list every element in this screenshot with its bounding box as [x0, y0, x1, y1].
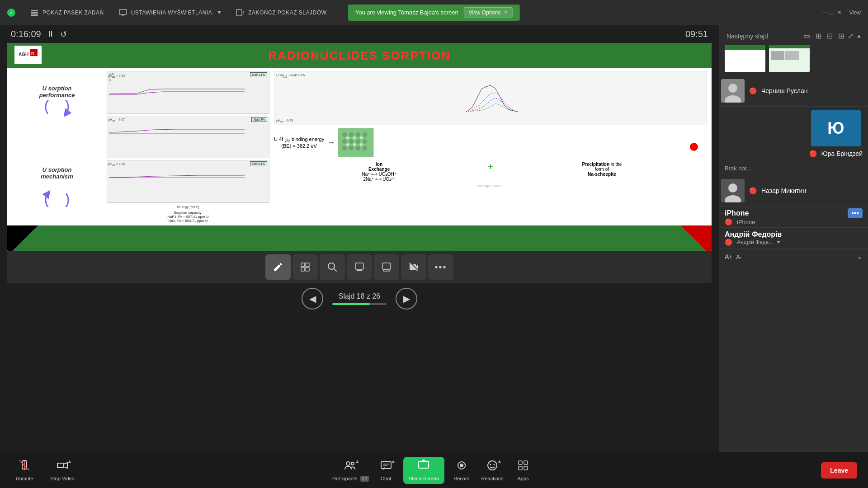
bottom-center-controls: ▲ Participants 22 ▲ Chat — [331, 457, 537, 484]
share-screen-label: Share Screen — [409, 476, 439, 481]
svg-rect-0 — [31, 10, 38, 11]
svg-rect-2 — [31, 14, 38, 16]
svg-point-14 — [342, 132, 347, 137]
participant-info-andriy: Андрій Федорів 🔴 Андрій Феде... — [725, 230, 863, 246]
pointer-btn[interactable] — [347, 254, 372, 280]
panel-chevron-up-btn[interactable] — [855, 32, 861, 40]
remaining-time: 09:51 — [685, 29, 708, 39]
unmute-icon — [19, 460, 30, 474]
apps-item[interactable]: Apps — [509, 460, 537, 481]
top-bar: ✓ POKAŻ PASEK ZADAŃ USTAWIENIA WYŚWIETLA… — [0, 0, 868, 25]
participants-item[interactable]: ▲ Participants 22 — [331, 460, 369, 481]
svg-point-57 — [460, 464, 463, 467]
slide-navigation: ◀ Slajd 18 z 26 ▶ — [0, 283, 719, 314]
svg-rect-1 — [31, 12, 38, 14]
participant-chernysh: 🔴 Черниш Руслан — [719, 75, 868, 107]
chat-icon: ▲ — [380, 460, 392, 474]
preview-thumb-2[interactable] — [769, 45, 810, 72]
svg-text:R: R — [31, 51, 34, 56]
svg-point-17 — [363, 132, 367, 137]
font-decrease-btn[interactable]: A- — [736, 253, 742, 261]
panel-view-controls: ▭ ⊞ ⊟ ⊞ ⤢ — [802, 31, 861, 41]
svg-rect-63 — [519, 466, 522, 470]
status-dot: ✓ — [7, 9, 15, 17]
mic-icon-chernysh: 🔴 — [749, 87, 757, 94]
prev-slide-btn[interactable]: ◀ — [302, 288, 323, 310]
svg-line-37 — [334, 269, 337, 272]
view-fullgrid-btn[interactable]: ⊞ — [836, 31, 846, 41]
end-slideshow-btn[interactable]: ZAKOŃCZ POKAZ SLAJDÓW — [236, 8, 326, 17]
view-options-btn[interactable]: View Options — [464, 7, 513, 18]
right-panel: Następny slajd ▭ ⊞ ⊟ ⊞ ⤢ — [719, 25, 868, 452]
svg-point-59 — [490, 464, 491, 465]
display-settings-btn[interactable]: USTAWIENIA WYŚWIETLANIA — [118, 8, 222, 17]
slide-mechanism: U 4f7/2 - NaP1-FA pHeq = 6.49 — [274, 71, 707, 223]
reactions-arrow: ▲ — [497, 459, 502, 464]
record-item[interactable]: Record — [448, 460, 475, 481]
andriy-chevron — [777, 241, 780, 244]
font-controls: A+ A- ⌄ — [719, 249, 868, 263]
svg-rect-55 — [419, 461, 429, 468]
slide-footer — [7, 225, 712, 251]
svg-rect-34 — [301, 267, 305, 271]
slide-logo: AGH R — [14, 46, 42, 64]
preview-thumb-1[interactable] — [725, 45, 765, 72]
pen-tool-btn[interactable] — [265, 254, 291, 280]
apps-label: Apps — [517, 476, 528, 481]
svg-point-19 — [349, 139, 354, 144]
leave-btn[interactable]: Leave — [821, 462, 857, 479]
more-btn[interactable]: ••• — [428, 254, 453, 280]
svg-rect-32 — [301, 263, 305, 267]
participant-info-nazar: 🔴 Назар Микитин — [749, 187, 866, 194]
main-content: 0:16:09 ⏸ ↺ 09:51 AGH R — [0, 25, 868, 452]
unmute-item[interactable]: Unmute — [11, 460, 38, 481]
end-slideshow-icon — [236, 8, 245, 17]
svg-rect-6 — [236, 9, 242, 16]
avatar-yura: Ю — [811, 110, 861, 146]
svg-rect-40 — [382, 263, 391, 269]
participant-nazar: 🔴 Назар Микитин — [719, 175, 868, 206]
display-settings-chevron — [217, 11, 221, 14]
view-single-btn[interactable]: ▭ — [802, 31, 812, 41]
font-increase-btn[interactable]: A+ — [725, 253, 733, 261]
svg-point-58 — [488, 461, 497, 470]
stop-video-item[interactable]: ▲ Stop Video — [49, 460, 76, 481]
restart-btn[interactable]: ↺ — [60, 29, 67, 39]
svg-rect-3 — [119, 9, 127, 14]
reactions-item[interactable]: ▲ Reactions — [479, 460, 506, 481]
pause-btn[interactable]: ⏸ — [47, 29, 55, 39]
svg-rect-41 — [383, 270, 390, 271]
screen-share-notification: You are viewing Tomasz Bajda's screen Vi… — [348, 5, 520, 21]
subtitle-btn[interactable] — [374, 254, 399, 280]
svg-point-60 — [493, 464, 495, 465]
svg-rect-62 — [524, 461, 528, 465]
mic-icon-iphone: 🔴 — [725, 218, 732, 225]
chat-arrow: ▲ — [391, 459, 396, 464]
chat-label: Chat — [381, 476, 391, 481]
agh-logo: AGH R — [14, 46, 42, 64]
notes-section: Brak not... — [719, 161, 868, 175]
chat-item[interactable]: ▲ Chat — [373, 460, 400, 481]
svg-rect-38 — [355, 263, 363, 269]
view-options-chevron — [504, 11, 508, 14]
participants-icon: ▲ — [344, 460, 356, 474]
svg-point-50 — [346, 462, 350, 465]
slide-progress-bar — [332, 303, 387, 305]
participants-arrow: ▲ — [355, 459, 359, 464]
participant-name-chernysh: Черниш Руслан — [761, 87, 807, 94]
view-grid2-btn[interactable]: ⊞ — [814, 31, 823, 41]
next-slide-btn[interactable]: ▶ — [396, 288, 417, 310]
view-grid4-btn[interactable]: ⊟ — [825, 31, 835, 41]
svg-point-20 — [356, 139, 360, 144]
svg-point-30 — [353, 143, 356, 146]
panel-expand-btn[interactable]: ⤢ — [848, 32, 854, 40]
search-btn[interactable] — [320, 254, 345, 280]
show-taskbar-btn[interactable]: POKAŻ PASEK ZADAŃ — [30, 8, 104, 17]
panel-expand-btn2[interactable]: ⌄ — [857, 252, 863, 261]
layout-btn[interactable] — [292, 254, 318, 280]
iphone-label: iPhone — [725, 209, 844, 217]
svg-point-22 — [342, 146, 347, 150]
iphone-more-btn[interactable]: ••• — [848, 208, 863, 218]
share-screen-item[interactable]: Share Screen — [403, 457, 444, 484]
camera-off-btn[interactable] — [401, 254, 426, 280]
